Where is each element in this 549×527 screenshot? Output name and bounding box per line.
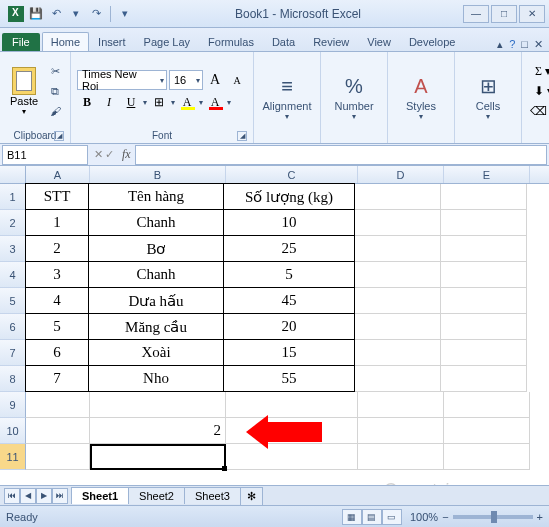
- cell[interactable]: 2: [25, 235, 89, 262]
- cells-button[interactable]: ⊞Cells▾: [461, 67, 515, 127]
- cell[interactable]: 25: [223, 235, 355, 262]
- fill-color-button[interactable]: A: [177, 92, 197, 112]
- help-icon[interactable]: ?: [509, 38, 515, 51]
- cell[interactable]: [90, 444, 226, 470]
- redo-button[interactable]: ↷: [88, 6, 104, 22]
- clear-button[interactable]: ⌫ ▾: [528, 101, 549, 121]
- bold-button[interactable]: B: [77, 92, 97, 112]
- cell[interactable]: [441, 184, 527, 210]
- cell[interactable]: [444, 444, 530, 470]
- cell[interactable]: [26, 444, 90, 470]
- zoom-out-button[interactable]: −: [442, 511, 448, 523]
- tab-nav-prev[interactable]: ◀: [20, 488, 36, 504]
- sheet-tab[interactable]: Sheet2: [128, 487, 185, 504]
- zoom-in-button[interactable]: +: [537, 511, 543, 523]
- cell[interactable]: [26, 418, 90, 444]
- cell[interactable]: 7: [25, 365, 89, 392]
- cell[interactable]: [355, 366, 441, 392]
- shrink-font-button[interactable]: A: [227, 70, 247, 90]
- row-header[interactable]: 5: [0, 288, 26, 314]
- cell[interactable]: 3: [25, 261, 89, 288]
- cell[interactable]: 5: [25, 313, 89, 340]
- font-color-button[interactable]: A: [205, 92, 225, 112]
- cell[interactable]: Xoài: [88, 339, 224, 366]
- row-header[interactable]: 3: [0, 236, 26, 262]
- col-header-d[interactable]: D: [358, 166, 444, 183]
- cell[interactable]: [355, 314, 441, 340]
- qat-customize[interactable]: ▾: [117, 6, 133, 22]
- number-button[interactable]: %Number▾: [327, 67, 381, 127]
- cell[interactable]: Nho: [88, 365, 224, 392]
- dropdown-icon[interactable]: ▾: [68, 6, 84, 22]
- tab-nav-next[interactable]: ▶: [36, 488, 52, 504]
- zoom-slider[interactable]: [453, 515, 533, 519]
- col-header-a[interactable]: A: [26, 166, 90, 183]
- cell[interactable]: [355, 340, 441, 366]
- new-sheet-button[interactable]: ✻: [240, 487, 263, 505]
- alignment-button[interactable]: ≡Alignment▾: [260, 67, 314, 127]
- cell[interactable]: 10: [223, 209, 355, 236]
- cell[interactable]: 2: [90, 418, 226, 444]
- cell[interactable]: Số lượng (kg): [223, 183, 355, 210]
- page-layout-view-button[interactable]: ▤: [362, 509, 382, 525]
- row-header[interactable]: 6: [0, 314, 26, 340]
- tab-nav-last[interactable]: ⏭: [52, 488, 68, 504]
- underline-button[interactable]: U: [121, 92, 141, 112]
- cell[interactable]: 45: [223, 287, 355, 314]
- row-header[interactable]: 7: [0, 340, 26, 366]
- close-button[interactable]: ✕: [519, 5, 545, 23]
- cell[interactable]: [441, 288, 527, 314]
- cell[interactable]: [358, 444, 444, 470]
- cell[interactable]: [355, 236, 441, 262]
- col-header-c[interactable]: C: [226, 166, 358, 183]
- save-button[interactable]: 💾: [28, 6, 44, 22]
- cell[interactable]: Măng cầu: [88, 313, 224, 340]
- cell[interactable]: 55: [223, 365, 355, 392]
- copy-button[interactable]: ⧉: [46, 82, 64, 100]
- tab-page-layout[interactable]: Page Lay: [135, 32, 199, 51]
- undo-button[interactable]: ↶: [48, 6, 64, 22]
- select-all[interactable]: [0, 166, 26, 183]
- cell[interactable]: 6: [25, 339, 89, 366]
- cell[interactable]: [355, 210, 441, 236]
- cut-button[interactable]: ✂: [46, 62, 64, 80]
- cell[interactable]: [358, 392, 444, 418]
- border-button[interactable]: ⊞: [149, 92, 169, 112]
- cell[interactable]: [355, 262, 441, 288]
- cell[interactable]: STT: [25, 183, 89, 210]
- cell[interactable]: 5: [223, 261, 355, 288]
- cell[interactable]: [441, 340, 527, 366]
- tab-home[interactable]: Home: [42, 32, 89, 51]
- tab-nav-first[interactable]: ⏮: [4, 488, 20, 504]
- page-break-view-button[interactable]: ▭: [382, 509, 402, 525]
- col-header-e[interactable]: E: [444, 166, 530, 183]
- tab-formulas[interactable]: Formulas: [199, 32, 263, 51]
- col-header-b[interactable]: B: [90, 166, 226, 183]
- cell[interactable]: Dưa hấu: [88, 287, 224, 314]
- tab-review[interactable]: Review: [304, 32, 358, 51]
- cell[interactable]: 15: [223, 339, 355, 366]
- autosum-button[interactable]: Σ ▾: [528, 61, 549, 81]
- cell[interactable]: [441, 366, 527, 392]
- cell[interactable]: [444, 418, 530, 444]
- cell[interactable]: [355, 288, 441, 314]
- cell[interactable]: [358, 418, 444, 444]
- sheet-tab[interactable]: Sheet1: [71, 487, 129, 504]
- tab-data[interactable]: Data: [263, 32, 304, 51]
- row-header[interactable]: 11: [0, 444, 26, 470]
- paste-button[interactable]: Paste ▾: [6, 61, 42, 121]
- minimize-button[interactable]: —: [463, 5, 489, 23]
- tab-insert[interactable]: Insert: [89, 32, 135, 51]
- file-tab[interactable]: File: [2, 33, 40, 51]
- zoom-level[interactable]: 100%: [410, 511, 438, 523]
- styles-button[interactable]: AStyles▾: [394, 67, 448, 127]
- mdi-restore-icon[interactable]: □: [521, 38, 528, 51]
- cell[interactable]: 1: [25, 209, 89, 236]
- cell[interactable]: Chanh: [88, 209, 224, 236]
- cell[interactable]: Bơ: [88, 235, 224, 262]
- mdi-close-icon[interactable]: ✕: [534, 38, 543, 51]
- sheet-tab[interactable]: Sheet3: [184, 487, 241, 504]
- font-size-combo[interactable]: 16: [169, 70, 203, 90]
- cell[interactable]: [441, 262, 527, 288]
- dialog-launcher[interactable]: ◢: [237, 131, 247, 141]
